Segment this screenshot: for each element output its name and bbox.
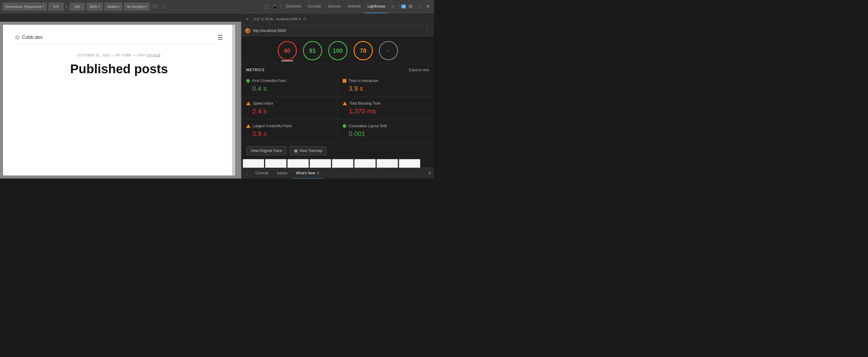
si-value: 2.4 s bbox=[252, 107, 333, 115]
lcp-indicator bbox=[246, 124, 250, 128]
metrics-grid: First Contentful Paint 0.4 s Time to Int… bbox=[241, 75, 434, 142]
view-treemap-label: View Treemap bbox=[299, 149, 322, 153]
seo-value: 78 bbox=[360, 47, 366, 54]
metric-lcp: Largest Contentful Paint 3.9 s bbox=[241, 120, 338, 142]
accessibility-score[interactable]: 91 bbox=[303, 41, 322, 60]
url-menu-button[interactable]: ⋮ bbox=[423, 28, 430, 33]
close-devtools-icon[interactable]: ✕ bbox=[424, 2, 432, 10]
width-input[interactable] bbox=[49, 3, 64, 10]
pwa-score[interactable]: — bbox=[379, 41, 398, 60]
whats-new-close-icon[interactable]: ✕ bbox=[316, 171, 320, 176]
dimension-separator: × bbox=[65, 4, 68, 9]
github-link[interactable]: GITHUB bbox=[147, 53, 161, 57]
devtools-more-icon[interactable]: ⋮ bbox=[415, 2, 424, 10]
tti-value: 3.9 s bbox=[349, 85, 429, 93]
cls-indicator bbox=[343, 124, 346, 128]
toolbar-right: ⬚ 📱 | Elements Console Sources Network L… bbox=[264, 0, 432, 13]
metric-cls-label-row: Cumulative Layout Shift bbox=[343, 124, 429, 128]
hamburger-icon[interactable]: ☰ bbox=[218, 34, 223, 41]
thumbnail-1 bbox=[243, 159, 264, 168]
si-indicator bbox=[246, 101, 250, 105]
throttling-label: No throttling bbox=[127, 5, 145, 8]
mobile-label: Mobile bbox=[107, 5, 117, 8]
session-dropdown-arrow: ▾ bbox=[299, 17, 301, 21]
thumbnail-7 bbox=[376, 159, 398, 168]
throttling-arrow: ▾ bbox=[146, 5, 147, 8]
tab-sources[interactable]: Sources bbox=[324, 0, 344, 13]
thumbnail-5 bbox=[332, 159, 353, 168]
inspect-icon[interactable]: ⬚ bbox=[264, 2, 270, 10]
top-toolbar: Dimensions: Responsive ▾ × 100% ▾ Mobile… bbox=[0, 0, 434, 13]
best-practices-value: 100 bbox=[333, 47, 343, 54]
devtools-inner-toolbar: ＋ 오전 12:30:50 - localhost:3000 ▾ ⏱ bbox=[241, 13, 434, 25]
zoom-selector[interactable]: 100% ▾ bbox=[87, 3, 103, 10]
dimensions-selector[interactable]: Dimensions: Responsive ▾ bbox=[2, 3, 47, 10]
thumbnails-row bbox=[241, 159, 434, 168]
expand-view-button[interactable]: Expand view bbox=[409, 68, 429, 72]
view-treemap-button[interactable]: ▦ View Treemap bbox=[290, 146, 327, 155]
webpage-content: ⊙ Cobb.dev ☰ OCTOBER 01, 2022 — BY COBB … bbox=[3, 25, 235, 176]
site-logo-text: Cobb.dev bbox=[22, 35, 43, 40]
mobile-selector[interactable]: Mobile ▾ bbox=[104, 3, 122, 10]
thumbnail-8 bbox=[399, 159, 421, 168]
view-original-trace-button[interactable]: View Original Trace bbox=[246, 146, 287, 155]
devtools-panel: ＋ 오전 12:30:50 - localhost:3000 ▾ ⏱ 🔦 htt… bbox=[241, 13, 434, 179]
tab-console[interactable]: Console bbox=[305, 0, 324, 13]
device-icon[interactable]: 📱 bbox=[271, 2, 279, 10]
score-circles: 40 91 100 78 — bbox=[241, 36, 434, 64]
tab-issues-bottom[interactable]: Issues bbox=[273, 168, 291, 179]
throttling-selector[interactable]: No throttling ▾ bbox=[124, 3, 150, 10]
cls-label: Cumulative Layout Shift bbox=[349, 124, 387, 128]
lighthouse-favicon: 🔦 bbox=[245, 28, 250, 33]
thumbnail-3 bbox=[287, 159, 309, 168]
more-options-icon[interactable]: ⋮ bbox=[160, 2, 167, 10]
height-input[interactable] bbox=[70, 3, 85, 10]
tab-elements[interactable]: Elements bbox=[283, 0, 304, 13]
metrics-title: METRICS bbox=[246, 68, 265, 72]
thumbnail-2 bbox=[265, 159, 287, 168]
lcp-value: 3.9 s bbox=[252, 130, 333, 138]
performance-underline bbox=[281, 61, 293, 61]
tab-more[interactable]: » bbox=[389, 0, 397, 13]
session-clock-icon: ⏱ bbox=[303, 17, 307, 22]
tab-network[interactable]: Network bbox=[344, 0, 364, 13]
url-bar: 🔦 http://localhost:3000/ ⋮ bbox=[241, 25, 434, 36]
dimensions-label: Dimensions: Responsive bbox=[5, 5, 41, 8]
page-meta-text: OCTOBER 01, 2022 — BY COBB — VISIT bbox=[78, 53, 147, 57]
performance-value: 40 bbox=[284, 47, 290, 54]
metric-lcp-label-row: Largest Contentful Paint bbox=[246, 124, 333, 128]
tab-separator: | bbox=[280, 3, 283, 10]
main-area: ⊙ Cobb.dev ☰ OCTOBER 01, 2022 — BY COBB … bbox=[0, 13, 434, 179]
metric-fcp-label-row: First Contentful Paint bbox=[246, 79, 333, 83]
logo-icon: ⊙ bbox=[15, 34, 20, 41]
metric-tbt: Total Blocking Time 1,370 ms bbox=[338, 97, 434, 119]
view-original-trace-label: View Original Trace bbox=[251, 149, 282, 153]
tab-lighthouse[interactable]: Lighthouse bbox=[364, 0, 388, 13]
cls-value: 0.001 bbox=[349, 130, 429, 138]
tab-console-bottom[interactable]: Console bbox=[252, 168, 272, 179]
session-time: 오전 12:30:50 - localhost:3000 bbox=[253, 17, 298, 22]
close-bottom-panel-icon[interactable]: ✕ bbox=[428, 170, 432, 176]
treemap-icon: ▦ bbox=[294, 149, 298, 153]
metric-si-label-row: Speed Index bbox=[246, 101, 333, 106]
bookmark-icon[interactable]: ⬡ bbox=[152, 2, 158, 10]
thumbnail-4 bbox=[310, 159, 331, 168]
lcp-label: Largest Contentful Paint bbox=[253, 124, 292, 128]
metrics-header: METRICS Expand view bbox=[241, 64, 434, 75]
performance-score[interactable]: 40 bbox=[278, 41, 297, 60]
url-text: http://localhost:3000/ bbox=[253, 29, 421, 33]
issues-tab-label: Issues bbox=[277, 171, 287, 175]
add-session-icon[interactable]: ＋ bbox=[244, 15, 251, 24]
fcp-indicator bbox=[246, 79, 250, 83]
resize-handle[interactable] bbox=[232, 25, 235, 176]
tbt-value: 1,370 ms bbox=[349, 107, 429, 115]
si-label: Speed Index bbox=[253, 101, 273, 106]
metric-fcp: First Contentful Paint 0.4 s bbox=[241, 75, 338, 97]
action-buttons: View Original Trace ▦ View Treemap bbox=[241, 142, 434, 159]
best-practices-score[interactable]: 100 bbox=[328, 41, 347, 60]
seo-score[interactable]: 78 bbox=[353, 41, 373, 60]
tab-whats-new-bottom[interactable]: What's New ✕ bbox=[292, 168, 324, 179]
bottom-menu-icon[interactable]: ⋮ bbox=[244, 170, 250, 177]
settings-icon[interactable]: ⚙ bbox=[407, 2, 414, 10]
notifications-badge: 1 bbox=[401, 4, 406, 8]
